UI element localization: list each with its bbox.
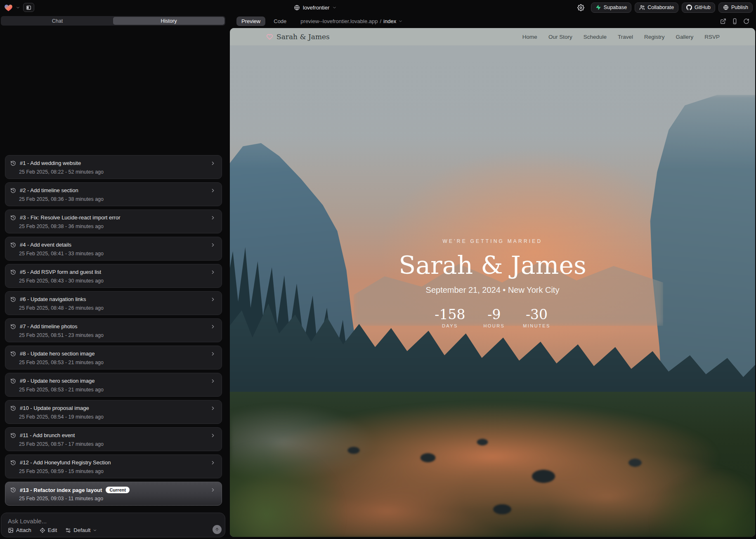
history-item[interactable]: #4 - Add event details25 Feb 2025, 08:41… — [5, 237, 222, 261]
history-item-title: #5 - Add RSVP form and guest list — [20, 269, 101, 275]
globe-icon — [294, 5, 300, 11]
history-item[interactable]: #11 - Add brunch event25 Feb 2025, 08:57… — [5, 427, 222, 451]
history-item-title: #10 - Update proposal image — [20, 405, 89, 411]
send-button[interactable] — [213, 525, 222, 534]
history-item-title: #2 - Add timeline section — [20, 187, 78, 193]
history-icon — [10, 487, 16, 493]
history-item-title: #3 - Fix: Resolve Lucide-react import er… — [20, 214, 120, 221]
top-bar-actions: SupabaseCollaborateGitHubPublish — [576, 0, 753, 15]
mode-select-button[interactable]: Default — [65, 527, 97, 533]
history-item-title: #12 - Add Honeyfund Registry Section — [20, 459, 111, 466]
github-button[interactable]: GitHub — [682, 2, 715, 13]
chevron-down-icon[interactable] — [16, 5, 20, 10]
url-host: preview--lovefrontier.lovable.app — [300, 18, 378, 24]
composer-buttons: Attach Edit Default — [8, 527, 97, 533]
preview-frame: Sarah & James HomeOur StoryScheduleTrave… — [230, 28, 755, 537]
preview-toolbar: Preview Code preview--lovefrontier.lovab… — [230, 15, 756, 27]
nav-link-our-story[interactable]: Our Story — [548, 34, 572, 40]
mobile-view-button[interactable] — [732, 18, 738, 24]
nav-link-schedule[interactable]: Schedule — [584, 34, 607, 40]
smartphone-icon — [732, 18, 738, 24]
history-item-timestamp: 25 Feb 2025, 09:03 - 11 minutes ago — [19, 496, 103, 501]
history-item-title: #6 - Update navigation links — [20, 296, 86, 302]
history-item[interactable]: #12 - Add Honeyfund Registry Section25 F… — [5, 454, 222, 478]
history-item[interactable]: #3 - Fix: Resolve Lucide-react import er… — [5, 209, 222, 233]
settings-button[interactable] — [576, 2, 586, 12]
chevron-right-icon — [210, 433, 216, 438]
chevron-right-icon — [210, 351, 216, 357]
sidebar-toggle-button[interactable] — [23, 3, 34, 12]
tab-preview[interactable]: Preview — [236, 16, 265, 26]
collaborate-label: Collaborate — [647, 5, 674, 10]
history-item-timestamp: 25 Feb 2025, 08:54 - 19 minutes ago — [19, 414, 104, 420]
history-item[interactable]: #5 - Add RSVP form and guest list25 Feb … — [5, 264, 222, 288]
countdown-value: -158 — [435, 307, 465, 322]
history-item[interactable]: #10 - Update proposal image25 Feb 2025, … — [5, 400, 222, 424]
history-item-timestamp: 25 Feb 2025, 08:51 - 23 minutes ago — [19, 332, 104, 338]
lovable-logo-icon[interactable] — [4, 4, 13, 12]
history-item[interactable]: #9 - Update hero section image25 Feb 202… — [5, 373, 222, 397]
history-item[interactable]: #13 - Refactor index page layoutCurrent2… — [5, 482, 222, 506]
history-item[interactable]: #2 - Add timeline section25 Feb 2025, 08… — [5, 182, 222, 206]
edit-label: Edit — [48, 527, 57, 533]
countdown-hours: -9HOURS — [483, 307, 505, 328]
nav-link-gallery[interactable]: Gallery — [676, 34, 693, 40]
history-item-title: #8 - Update hero section image — [20, 351, 94, 357]
history-icon — [10, 160, 16, 166]
nav-link-rsvp[interactable]: RSVP — [704, 34, 720, 40]
tab-chat[interactable]: Chat — [2, 17, 113, 25]
history-item[interactable]: #8 - Update hero section image25 Feb 202… — [5, 346, 222, 370]
refresh-button[interactable] — [743, 18, 749, 24]
chevron-right-icon — [210, 242, 216, 248]
countdown-value: -9 — [483, 307, 505, 322]
nav-link-travel[interactable]: Travel — [618, 34, 633, 40]
url-separator: / — [380, 18, 381, 24]
attach-button[interactable]: Attach — [8, 527, 31, 533]
nav-link-home[interactable]: Home — [522, 34, 537, 40]
publish-icon — [723, 5, 729, 10]
tab-history[interactable]: History — [113, 17, 224, 25]
preview-url[interactable]: preview--lovefrontier.lovable.app / inde… — [300, 18, 403, 24]
panel-left-icon — [26, 5, 32, 10]
chevron-down-icon — [398, 19, 403, 24]
countdown-label: MINUTES — [523, 323, 550, 328]
open-in-new-tab-button[interactable] — [720, 18, 726, 24]
project-name: lovefrontier — [303, 5, 329, 11]
history-icon — [10, 188, 16, 193]
site-brand[interactable]: Sarah & James — [266, 33, 330, 41]
image-icon — [8, 527, 14, 533]
nav-link-registry[interactable]: Registry — [644, 34, 665, 40]
chevron-right-icon — [210, 405, 216, 411]
chevron-right-icon — [210, 297, 216, 302]
supabase-label: Supabase — [604, 5, 627, 10]
top-bar: lovefrontier SupabaseCollaborateGitHubPu… — [0, 0, 756, 15]
countdown: -158DAYS-9HOURS-30MINUTES — [230, 307, 755, 328]
chevron-right-icon — [210, 378, 216, 384]
collaborate-button[interactable]: Collaborate — [635, 2, 678, 13]
collaborate-icon — [639, 5, 645, 10]
gear-icon — [577, 4, 584, 11]
site-brand-name: Sarah & James — [276, 33, 330, 41]
url-page: index — [383, 18, 396, 24]
sliders-icon — [65, 527, 71, 533]
history-item[interactable]: #1 - Add wedding website25 Feb 2025, 08:… — [5, 155, 222, 179]
history-item-timestamp: 25 Feb 2025, 08:48 - 26 minutes ago — [19, 305, 104, 311]
chevron-right-icon — [210, 460, 216, 466]
composer-input[interactable] — [8, 516, 198, 525]
composer: Attach Edit Default — [1, 513, 225, 537]
supabase-button[interactable]: Supabase — [591, 2, 631, 13]
history-item-timestamp: 25 Feb 2025, 08:59 - 15 minutes ago — [19, 468, 104, 474]
tab-code[interactable]: Code — [271, 16, 289, 26]
project-switcher[interactable]: lovefrontier — [294, 0, 337, 15]
chevron-right-icon — [210, 215, 216, 221]
history-icon — [10, 242, 16, 248]
edit-button[interactable]: Edit — [40, 527, 57, 533]
history-item-title: #4 - Add event details — [20, 242, 71, 248]
history-item-timestamp: 25 Feb 2025, 08:53 - 21 minutes ago — [19, 360, 104, 365]
history-item[interactable]: #7 - Add timeline photos25 Feb 2025, 08:… — [5, 318, 222, 342]
history-item[interactable]: #6 - Update navigation links25 Feb 2025,… — [5, 291, 222, 315]
publish-button[interactable]: Publish — [718, 2, 753, 13]
hero-content: WE'RE GETTING MARRIED Sarah & James Sept… — [230, 238, 755, 328]
chevron-down-icon — [332, 5, 337, 10]
countdown-minutes: -30MINUTES — [523, 307, 550, 328]
